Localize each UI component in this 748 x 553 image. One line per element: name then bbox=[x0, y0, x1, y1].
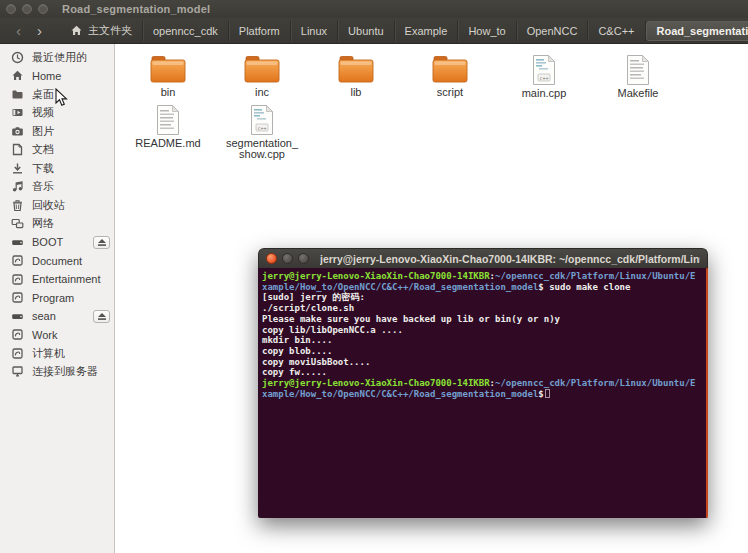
breadcrumb-item-current[interactable]: Road_segmentation_model bbox=[646, 21, 748, 41]
terminal-cursor bbox=[545, 389, 550, 398]
eject-button[interactable] bbox=[93, 310, 110, 323]
file-item-readme[interactable]: README.md bbox=[121, 104, 215, 148]
sidebar-item-music[interactable]: 音乐 bbox=[0, 178, 114, 197]
drive-icon bbox=[11, 310, 24, 323]
folder-icon bbox=[149, 54, 187, 85]
terminal-window: jerry@jerry-Lenovo-XiaoXin-Chao7000-14IK… bbox=[258, 248, 708, 518]
trash-icon bbox=[11, 199, 24, 212]
terminal-line: ./script/clone.sh bbox=[262, 303, 704, 314]
volume-icon bbox=[11, 328, 24, 341]
cpp-file-icon bbox=[531, 54, 557, 86]
sidebar: 最近使用的 Home 桌面 视频 图片 文档 下载 音乐 回收站 网络 BOOT bbox=[0, 44, 115, 553]
terminal-line: jerry@jerry-Lenovo-XiaoXin-Chao7000-14IK… bbox=[262, 271, 704, 282]
file-item-bin[interactable]: bin bbox=[121, 54, 215, 98]
sidebar-item-downloads[interactable]: 下载 bbox=[0, 159, 114, 178]
close-icon[interactable] bbox=[6, 4, 16, 14]
breadcrumb-item[interactable]: Linux bbox=[291, 21, 338, 41]
server-icon bbox=[11, 365, 24, 378]
terminal-line: copy lib/libOpenNCC.a .... bbox=[262, 325, 704, 336]
text-file-icon bbox=[155, 104, 181, 136]
sidebar-item-home[interactable]: Home bbox=[0, 67, 114, 86]
clock-icon bbox=[11, 51, 24, 64]
file-item-lib[interactable]: lib bbox=[309, 54, 403, 98]
sidebar-item-recent[interactable]: 最近使用的 bbox=[0, 48, 114, 67]
sidebar-item-computer[interactable]: 计算机 bbox=[0, 344, 114, 363]
sidebar-item-boot[interactable]: BOOT bbox=[0, 233, 114, 252]
sidebar-item-entertainment[interactable]: Entertainment bbox=[0, 270, 114, 289]
home-icon bbox=[70, 24, 83, 37]
eject-icon bbox=[97, 238, 107, 247]
breadcrumb-item[interactable]: Ubuntu bbox=[338, 21, 394, 41]
terminal-line: copy fw..... bbox=[262, 367, 704, 378]
volume-icon bbox=[11, 254, 24, 267]
drive-icon bbox=[11, 236, 24, 249]
breadcrumb-item[interactable]: Platform bbox=[229, 21, 291, 41]
mouse-cursor bbox=[55, 88, 68, 107]
eject-icon bbox=[97, 312, 107, 321]
home-icon bbox=[11, 69, 24, 82]
breadcrumb-item[interactable]: Example bbox=[395, 21, 459, 41]
breadcrumb-item[interactable]: openncc_cdk bbox=[143, 21, 229, 41]
eject-button[interactable] bbox=[93, 236, 110, 249]
terminal-titlebar[interactable]: jerry@jerry-Lenovo-XiaoXin-Chao7000-14IK… bbox=[258, 248, 708, 268]
breadcrumb: 主文件夹 openncc_cdk Platform Linux Ubuntu E… bbox=[60, 21, 748, 41]
breadcrumb-item[interactable]: C&C++ bbox=[588, 21, 645, 41]
folder-icon bbox=[11, 88, 24, 101]
sidebar-item-trash[interactable]: 回收站 bbox=[0, 196, 114, 215]
file-grid: bin inc lib script main.cpp Makefile REA… bbox=[121, 54, 685, 148]
volume-icon bbox=[11, 273, 24, 286]
sidebar-item-work[interactable]: Work bbox=[0, 326, 114, 345]
sidebar-item-sean[interactable]: sean bbox=[0, 307, 114, 326]
sidebar-item-pictures[interactable]: 图片 bbox=[0, 122, 114, 141]
download-icon bbox=[11, 162, 24, 175]
breadcrumb-home[interactable]: 主文件夹 bbox=[60, 21, 143, 41]
text-file-icon bbox=[625, 54, 651, 86]
terminal-screen[interactable]: jerry@jerry-Lenovo-XiaoXin-Chao7000-14IK… bbox=[258, 268, 708, 518]
terminal-title: jerry@jerry-Lenovo-XiaoXin-Chao7000-14IK… bbox=[320, 253, 700, 265]
network-icon bbox=[11, 217, 24, 230]
minimize-icon[interactable] bbox=[282, 253, 293, 264]
folder-icon bbox=[337, 54, 375, 85]
breadcrumb-item[interactable]: OpenNCC bbox=[517, 21, 589, 41]
document-icon bbox=[11, 143, 24, 156]
terminal-line: Please make sure you have backed up lib … bbox=[262, 314, 704, 325]
file-item-segmentation-show-cpp[interactable]: segmentation_ show.cpp bbox=[215, 104, 309, 148]
sidebar-item-connect-server[interactable]: 连接到服务器 bbox=[0, 363, 114, 382]
window-title: Road_segmentation_model bbox=[62, 3, 210, 15]
file-item-inc[interactable]: inc bbox=[215, 54, 309, 98]
sidebar-item-document-volume[interactable]: Document bbox=[0, 252, 114, 271]
terminal-line: xample/How_to/OpenNCC/C&C++/Road_segment… bbox=[262, 282, 704, 293]
video-icon bbox=[11, 106, 24, 119]
terminal-line: jerry@jerry-Lenovo-XiaoXin-Chao7000-14IK… bbox=[262, 378, 704, 389]
sidebar-item-documents[interactable]: 文档 bbox=[0, 141, 114, 160]
back-icon[interactable]: ‹ bbox=[8, 23, 29, 38]
terminal-line: mkdir bin.... bbox=[262, 335, 704, 346]
file-item-makefile[interactable]: Makefile bbox=[591, 54, 685, 98]
sidebar-item-network[interactable]: 网络 bbox=[0, 215, 114, 234]
cpp-file-icon bbox=[249, 104, 275, 136]
breadcrumb-item[interactable]: How_to bbox=[458, 21, 516, 41]
terminal-scrollbar[interactable] bbox=[706, 268, 708, 518]
volume-icon bbox=[11, 347, 24, 360]
maximize-icon[interactable] bbox=[38, 4, 48, 14]
close-icon[interactable] bbox=[266, 253, 277, 264]
toolbar: ‹ › 主文件夹 openncc_cdk Platform Linux Ubun… bbox=[0, 18, 748, 44]
folder-icon bbox=[243, 54, 281, 85]
folder-icon bbox=[431, 54, 469, 85]
camera-icon bbox=[11, 125, 24, 138]
window-titlebar: Road_segmentation_model bbox=[0, 0, 748, 18]
volume-icon bbox=[11, 291, 24, 304]
forward-icon[interactable]: › bbox=[29, 23, 50, 38]
minimize-icon[interactable] bbox=[22, 4, 32, 14]
terminal-line: [sudo] jerry 的密码: bbox=[262, 292, 704, 303]
file-item-main-cpp[interactable]: main.cpp bbox=[497, 54, 591, 98]
file-item-script[interactable]: script bbox=[403, 54, 497, 98]
music-icon bbox=[11, 180, 24, 193]
terminal-line: copy blob.... bbox=[262, 346, 704, 357]
terminal-line: copy moviUsbBoot.... bbox=[262, 357, 704, 368]
terminal-line: xample/How_to/OpenNCC/C&C++/Road_segment… bbox=[262, 389, 704, 400]
sidebar-item-program[interactable]: Program bbox=[0, 289, 114, 308]
maximize-icon[interactable] bbox=[298, 253, 309, 264]
